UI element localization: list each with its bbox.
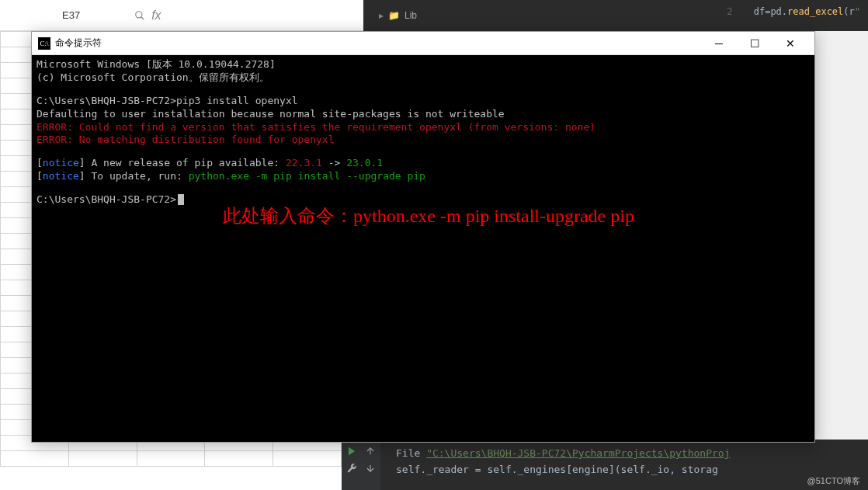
fx-area: fx bbox=[134, 9, 161, 23]
terminal-line: (c) Microsoft Corporation。保留所有权利。 bbox=[36, 71, 810, 85]
terminal-body[interactable]: Microsoft Windows [版本 10.0.19044.2728] (… bbox=[32, 55, 814, 442]
titlebar[interactable]: C:\ 命令提示符 ─ ☐ ✕ bbox=[32, 32, 814, 55]
arrow-up-icon[interactable] bbox=[365, 446, 376, 457]
cmd-icon: C:\ bbox=[38, 37, 50, 50]
terminal-notice: [notice] To update, run: python.exe -m p… bbox=[36, 170, 810, 183]
terminal-notice: [notice] A new release of pip available:… bbox=[36, 157, 810, 170]
terminal-error: ERROR: Could not find a version that sat… bbox=[36, 121, 810, 134]
cursor-icon bbox=[178, 194, 184, 205]
terminal-line: C:\Users\BHQH-JSB-PC72>pip3 install open… bbox=[36, 95, 810, 108]
ide-gutter bbox=[342, 440, 380, 490]
watermark: @51CTO博客 bbox=[807, 475, 860, 487]
folder-label: Lib bbox=[404, 10, 417, 21]
window-title: 命令提示符 bbox=[55, 36, 701, 50]
cmd-window: C:\ 命令提示符 ─ ☐ ✕ Microsoft Windows [版本 10… bbox=[31, 31, 815, 443]
ide-code-line: 2 df=pd.read_excel(r" bbox=[727, 6, 860, 17]
chevron-right-icon: ▸ bbox=[379, 10, 384, 21]
svg-point-0 bbox=[136, 11, 142, 17]
cell-reference[interactable]: E37 bbox=[62, 9, 80, 21]
terminal-line: Defaulting to user installation because … bbox=[36, 108, 810, 121]
svg-marker-2 bbox=[349, 447, 355, 456]
wrench-icon[interactable] bbox=[346, 463, 357, 474]
maximize-button[interactable]: ☐ bbox=[737, 32, 773, 55]
folder-tree-item[interactable]: ▸ 📁 Lib bbox=[379, 10, 417, 21]
line-number: 2 bbox=[727, 6, 732, 17]
folder-icon: 📁 bbox=[388, 10, 400, 21]
terminal-line: Microsoft Windows [版本 10.0.19044.2728] bbox=[36, 58, 810, 71]
terminal-error: ERROR: No matching distribution found fo… bbox=[36, 134, 810, 147]
ide-top-panel: ▸ 📁 Lib 2 df=pd.read_excel(r" bbox=[363, 0, 868, 31]
window-controls: ─ ☐ ✕ bbox=[701, 32, 808, 55]
svg-line-1 bbox=[141, 16, 144, 19]
ide-bottom-panel: File "C:\Users\BHQH-JSB-PC72\PycharmProj… bbox=[342, 440, 868, 490]
fx-label[interactable]: fx bbox=[151, 9, 161, 23]
ide-output[interactable]: File "C:\Users\BHQH-JSB-PC72\PycharmProj… bbox=[380, 440, 868, 490]
run-icon[interactable] bbox=[346, 446, 357, 457]
search-icon bbox=[134, 10, 145, 21]
close-button[interactable]: ✕ bbox=[773, 32, 808, 55]
annotation-text: 此处输入命令：python.exe -m pip install-upgrade… bbox=[223, 204, 634, 228]
minimize-button[interactable]: ─ bbox=[701, 32, 737, 55]
arrow-down-icon[interactable] bbox=[365, 463, 376, 474]
